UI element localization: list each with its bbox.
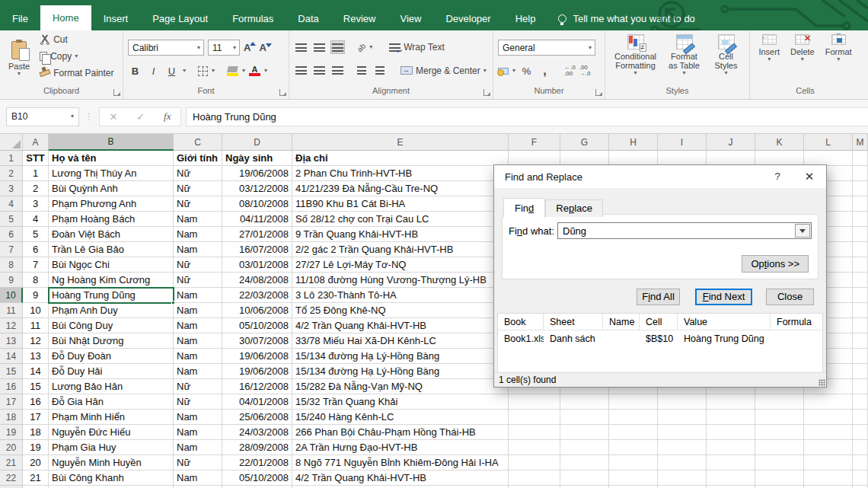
cell-C19[interactable]: Nam xyxy=(174,425,222,440)
row-header-19[interactable]: 19 xyxy=(0,425,23,440)
cell-E21[interactable]: 8 Ngõ 771 Nguyễn Bỉnh Khiêm-Đông Hải I-H… xyxy=(292,455,509,470)
cell-M5[interactable] xyxy=(853,212,868,227)
cell-I22[interactable] xyxy=(658,470,707,486)
cell-B12[interactable]: Bùi Công Duy xyxy=(49,318,174,333)
cell-M15[interactable] xyxy=(853,364,868,379)
close-button[interactable]: Close xyxy=(766,289,814,305)
cell-G20[interactable] xyxy=(560,440,609,455)
alignment-dialog-launcher[interactable] xyxy=(483,89,490,96)
cell-B10[interactable]: Hoàng Trung Dũng xyxy=(49,288,174,303)
cell-B9[interactable]: Ng Hoàng Kim Cương xyxy=(49,273,174,288)
middle-align-button[interactable] xyxy=(312,40,327,54)
font-family-combo[interactable]: Calibri▾ xyxy=(128,40,204,56)
cell-H19[interactable] xyxy=(609,425,658,440)
cell-A10[interactable]: 9 xyxy=(23,288,49,303)
cell-E15[interactable]: 15/134 đường Hạ Lý-Hồng Bàng xyxy=(292,364,509,379)
cell-A15[interactable]: 14 xyxy=(23,364,49,379)
cell-E17[interactable]: 15/32 Trần Quang Khải xyxy=(292,394,509,410)
cell-A5[interactable]: 4 xyxy=(23,212,49,227)
cell-M1[interactable] xyxy=(853,151,868,166)
cell-M19[interactable] xyxy=(853,425,868,440)
cell-E2[interactable]: 2 Phan Chu Trinh-HVT-HB xyxy=(292,166,509,181)
cell-M17[interactable] xyxy=(853,394,868,410)
cell-G22[interactable] xyxy=(560,470,609,486)
options-button[interactable]: Options >> xyxy=(742,255,809,273)
row-header-16[interactable]: 16 xyxy=(0,379,23,394)
cell-M11[interactable] xyxy=(853,303,868,318)
dialog-close-icon[interactable]: ✕ xyxy=(793,165,826,188)
format-cells-button[interactable]: Format ▾ xyxy=(822,32,856,65)
cell-B16[interactable]: Lương Bảo Hân xyxy=(49,379,174,394)
cell-A8[interactable]: 7 xyxy=(23,257,49,273)
row-header-8[interactable]: 8 xyxy=(0,257,23,273)
row-header-5[interactable]: 5 xyxy=(0,212,23,227)
cell-D10[interactable]: 22/03/2008 xyxy=(222,288,292,303)
cell-C15[interactable]: Nam xyxy=(174,364,222,379)
cell-J19[interactable] xyxy=(707,425,755,440)
conditional-formatting-button[interactable]: Conditional Formatting ▾ xyxy=(611,32,661,78)
confirm-entry-icon[interactable]: ✓ xyxy=(136,111,145,123)
cell-E14[interactable]: 15/134 đường Hạ Lý-Hồng Bàng xyxy=(292,349,509,364)
cell-C5[interactable]: Nam xyxy=(174,212,222,227)
cell-A2[interactable]: 1 xyxy=(23,166,49,181)
row-header-3[interactable]: 3 xyxy=(0,181,23,196)
cell-J22[interactable] xyxy=(707,470,755,486)
cell-B14[interactable]: Đỗ Duy Đoàn xyxy=(49,349,174,364)
column-header-H[interactable]: H xyxy=(609,134,658,151)
cell-D14[interactable]: 19/06/2008 xyxy=(222,349,292,364)
row-header-12[interactable]: 12 xyxy=(0,318,23,333)
cell-A6[interactable]: 5 xyxy=(23,227,49,242)
row-header-14[interactable]: 14 xyxy=(0,349,23,364)
cell-E1[interactable]: Địa chỉ xyxy=(292,151,509,166)
row-header-2[interactable]: 2 xyxy=(0,166,23,181)
column-header-J[interactable]: J xyxy=(707,134,755,151)
cell-A11[interactable]: 10 xyxy=(23,303,49,318)
cell-G1[interactable] xyxy=(560,151,609,166)
cell-E4[interactable]: 11B90 Khu B1 Cát Bi-HA xyxy=(292,196,509,212)
results-header-name[interactable]: Name xyxy=(603,314,640,330)
cut-button[interactable]: Cut xyxy=(40,32,113,47)
cell-C6[interactable]: Nam xyxy=(174,227,222,242)
column-header-L[interactable]: L xyxy=(804,134,853,151)
tab-replace[interactable]: Replace xyxy=(545,199,603,217)
align-right-button[interactable] xyxy=(330,64,345,78)
cell-M18[interactable] xyxy=(853,410,868,425)
cell-C11[interactable]: Nam xyxy=(174,303,222,318)
cell-H20[interactable] xyxy=(609,440,658,455)
cell-B17[interactable]: Đỗ Gia Hân xyxy=(49,394,174,410)
align-center-button[interactable] xyxy=(312,64,327,78)
row-header-4[interactable]: 4 xyxy=(0,196,23,212)
cell-A12[interactable]: 11 xyxy=(23,318,49,333)
row-header-15[interactable]: 15 xyxy=(0,364,23,379)
cell-I18[interactable] xyxy=(658,410,707,425)
cell-K20[interactable] xyxy=(755,440,804,455)
column-header-A[interactable]: A xyxy=(23,134,49,151)
cell-K19[interactable] xyxy=(755,425,804,440)
row-header-1[interactable]: 1 xyxy=(0,151,23,166)
cell-E20[interactable]: 2A Trần Hưng Đạo-HVT-HB xyxy=(292,440,509,455)
wrap-text-button[interactable]: Wrap Text xyxy=(389,40,445,55)
cell-J21[interactable] xyxy=(707,455,755,470)
cell-I1[interactable] xyxy=(658,151,707,166)
cell-I20[interactable] xyxy=(658,440,707,455)
decrease-indent-button[interactable] xyxy=(354,64,369,78)
cell-C12[interactable]: Nam xyxy=(174,318,222,333)
ribbon-tab-review[interactable]: Review xyxy=(331,7,388,30)
cell-K22[interactable] xyxy=(755,470,804,486)
cell-M2[interactable] xyxy=(853,166,868,181)
borders-button[interactable] xyxy=(198,66,208,76)
cell-C13[interactable]: Nam xyxy=(174,333,222,349)
cell-A14[interactable]: 13 xyxy=(23,349,49,364)
column-header-I[interactable]: I xyxy=(658,134,707,151)
cell-I21[interactable] xyxy=(658,455,707,470)
delete-cells-button[interactable]: Delete ▾ xyxy=(787,32,819,65)
cell-K18[interactable] xyxy=(755,410,804,425)
cell-M12[interactable] xyxy=(853,318,868,333)
cell-A13[interactable]: 12 xyxy=(23,333,49,349)
cell-G17[interactable] xyxy=(560,394,609,410)
copy-button[interactable]: Copy ▾ xyxy=(40,49,113,64)
cell-D19[interactable]: 24/03/2008 xyxy=(222,425,292,440)
formula-input[interactable]: Hoàng Trung Dũng xyxy=(186,107,868,126)
cell-L22[interactable] xyxy=(804,470,853,486)
cell-L18[interactable] xyxy=(804,410,853,425)
